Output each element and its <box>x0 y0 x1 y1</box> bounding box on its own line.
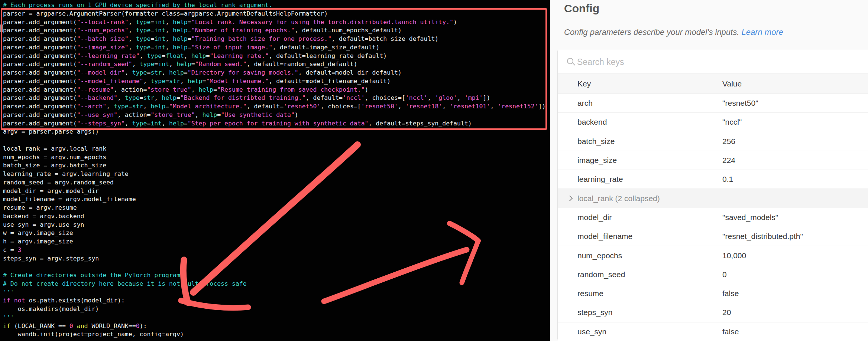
code-line: ''' <box>3 314 545 322</box>
table-row: steps_syn20 <box>558 303 868 322</box>
code-line: wandb.init(project=project_name, config=… <box>3 330 545 339</box>
code-line: parser.add_argument("--local-rank", type… <box>3 18 545 27</box>
table-row: image_size224 <box>558 151 868 170</box>
code-line: # Create directories outside the PyTorch… <box>3 271 545 280</box>
config-subtitle: Config parameters describe your model's … <box>564 27 783 37</box>
code-line <box>3 136 545 145</box>
code-line: os.makedirs(model_dir) <box>3 305 545 314</box>
table-row: batch_size256 <box>558 132 868 151</box>
code-line: batch_size = argv.batch_size <box>3 161 545 170</box>
code-line: num_epochs = argv.num_epochs <box>3 153 545 162</box>
code-line: # Each process runs on 1 GPU device spec… <box>3 1 545 10</box>
code-line: parser.add_argument("--backend", type=st… <box>3 94 545 102</box>
config-key: steps_syn <box>558 308 722 317</box>
config-key: use_syn <box>558 327 722 336</box>
key-column-header: Key <box>558 79 722 88</box>
table-row: model_dir"saved_models" <box>558 208 868 227</box>
code-editor-panel[interactable]: # Each process runs on 1 GPU device spec… <box>0 0 550 341</box>
code-line: parser.add_argument("--model_dir", type=… <box>3 69 545 77</box>
code-line: local_rank = argv.local_rank <box>3 145 545 153</box>
code-line <box>3 263 545 271</box>
code-line: random_seed = argv.random_seed <box>3 178 545 187</box>
table-row: random_seed0 <box>558 265 868 284</box>
code-line: parser.add_argument("--learning_rate", t… <box>3 52 545 60</box>
config-value: 224 <box>722 156 868 165</box>
learn-more-link[interactable]: Learn more <box>741 27 783 37</box>
config-key: random_seed <box>558 270 722 279</box>
search-icon <box>567 58 573 64</box>
table-row: use_synfalse <box>558 322 868 341</box>
code-line: model_dir = argv.model_dir <box>3 187 545 196</box>
config-value: 0 <box>722 270 868 279</box>
code-line: model_filename = argv.model_filename <box>3 195 545 204</box>
code-lines: # Each process runs on 1 GPU device spec… <box>3 1 545 339</box>
config-value: 20 <box>722 308 868 317</box>
table-row: backend"nccl" <box>558 113 868 132</box>
config-key: arch <box>558 99 722 108</box>
config-value: "nccl" <box>722 118 868 127</box>
config-value: false <box>722 327 868 336</box>
config-key: local_rank (2 collapsed) <box>558 194 722 203</box>
code-line: if (LOCAL_RANK == 0 and WORLD_RANK==0): <box>3 322 545 331</box>
code-line: h = argv.image_size <box>3 237 545 246</box>
code-line: argv = parser.parse_args() <box>3 128 545 136</box>
terminal-cursor <box>0 24 3 32</box>
code-line: learning_rate = argv.learning_rate <box>3 170 545 178</box>
page-title: Config <box>564 2 599 15</box>
code-line: parser.add_argument("--steps_syn", type=… <box>3 119 545 128</box>
table-row: learning_rate0.1 <box>558 170 868 189</box>
code-line: w = argv.image_size <box>3 229 545 237</box>
code-line: parser.add_argument("--batch_size", type… <box>3 35 545 43</box>
config-key: model_dir <box>558 213 722 222</box>
code-line: # Do not create directory here because i… <box>3 280 545 288</box>
code-line: use_syn = argv.use_syn <box>3 221 545 229</box>
config-key: batch_size <box>558 137 722 146</box>
config-key: image_size <box>558 156 722 165</box>
config-key: learning_rate <box>558 175 722 184</box>
code-line: steps_syn = argv.steps_syn <box>3 255 545 263</box>
search-row <box>558 50 868 74</box>
code-line: ''' <box>3 288 545 297</box>
config-value: "saved_models" <box>722 213 868 222</box>
table-row: resumefalse <box>558 284 868 303</box>
code-line: parser.add_argument("--resume", action="… <box>3 86 545 94</box>
config-panel: Config Config parameters describe your m… <box>550 0 868 341</box>
code-line: parser.add_argument("--model_filename", … <box>3 77 545 86</box>
search-input[interactable] <box>576 50 845 74</box>
config-key: num_epochs <box>558 251 722 260</box>
config-group-row[interactable]: local_rank (2 collapsed) <box>558 189 868 208</box>
config-value: false <box>722 289 868 298</box>
code-line: c = 3 <box>3 246 545 255</box>
value-column-header: Value <box>722 79 868 88</box>
config-subtitle-text: Config parameters describe your model's … <box>564 27 739 37</box>
screen: # Each process runs on 1 GPU device spec… <box>0 0 868 341</box>
code-line: parser.add_argument("--num_epochs", type… <box>3 26 545 35</box>
config-value: 0.1 <box>722 175 868 184</box>
table-row: arch"resnet50" <box>558 94 868 113</box>
code-line: parser = argparse.ArgumentParser(formatt… <box>3 10 545 18</box>
config-value: 256 <box>722 137 868 146</box>
code-line: resume = argv.resume <box>3 204 545 212</box>
code-line: parser.add_argument("--image_size", type… <box>3 43 545 52</box>
code-line: if not os.path.exists(model_dir): <box>3 296 545 305</box>
table-row: model_filename"resnet_distributed.pth" <box>558 227 868 246</box>
code-line: parser.add_argument("--use_syn", action=… <box>3 111 545 119</box>
config-value: "resnet50" <box>722 99 868 108</box>
code-line: parser.add_argument("--random_seed", typ… <box>3 60 545 69</box>
config-value: "resnet_distributed.pth" <box>722 232 868 241</box>
code-line: parser.add_argument("--arch", type=str, … <box>3 102 545 111</box>
config-key: model_filename <box>558 232 722 241</box>
config-key: backend <box>558 118 722 127</box>
table-row: num_epochs10,000 <box>558 246 868 265</box>
config-table-rows: arch"resnet50"backend"nccl"batch_size256… <box>558 94 868 341</box>
code-line: backend = argv.backend <box>3 212 545 221</box>
table-header: Key Value <box>558 74 868 94</box>
config-card: Key Value arch"resnet50"backend"nccl"bat… <box>557 50 868 340</box>
config-key: resume <box>558 289 722 298</box>
config-value: 10,000 <box>722 251 868 260</box>
